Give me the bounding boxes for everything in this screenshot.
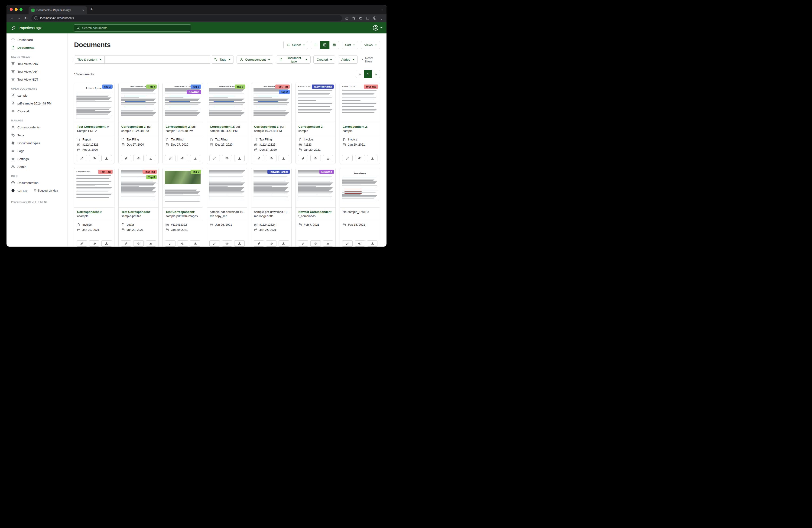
document-card[interactable]: sample-pdf-download-10-mb copy_redJan 26… [207, 168, 247, 246]
download-button[interactable] [234, 240, 245, 246]
document-preview[interactable]: Tag 3 [163, 168, 203, 208]
sidebar-item-correspondents[interactable]: Correspondents [6, 123, 67, 131]
pagination-page-1[interactable]: 1 [364, 70, 372, 78]
view-mode-list-button[interactable] [311, 41, 320, 49]
edit-button[interactable] [209, 240, 220, 246]
pagination-prev-button[interactable]: « [356, 70, 364, 78]
document-preview[interactable]: Adobe Acrobat PDF FilesTag 3 [119, 83, 159, 123]
download-button[interactable] [234, 155, 245, 161]
added-filter-button[interactable]: Added [338, 56, 358, 63]
download-button[interactable] [146, 240, 156, 246]
side-panel-icon[interactable] [366, 16, 369, 20]
document-preview[interactable]: Adobe Acrobat PDF FilesTag 3 [207, 83, 247, 123]
sidebar-item-document-types[interactable]: Document types [6, 139, 67, 147]
sidebar-item-test-view-not[interactable]: Test View NOT [6, 75, 67, 83]
document-preview[interactable]: NewOne [296, 168, 336, 208]
reload-button[interactable]: ↻ [24, 16, 28, 20]
edit-button[interactable] [121, 240, 131, 246]
preview-button[interactable] [89, 155, 100, 161]
edit-button[interactable] [209, 155, 220, 161]
correspondent-link[interactable]: Test Correspondent [121, 210, 150, 214]
new-tab-button[interactable]: + [90, 7, 93, 12]
correspondent-link[interactable]: Newest Correspondent [299, 210, 332, 214]
edit-button[interactable] [165, 155, 175, 161]
download-button[interactable] [101, 240, 112, 246]
sidebar-item-documents[interactable]: Documents [6, 44, 67, 52]
sidebar-item-open-doc-sample[interactable]: sample [6, 91, 67, 99]
download-button[interactable] [323, 155, 333, 161]
download-button[interactable] [323, 240, 333, 246]
sidebar-item-test-view-and[interactable]: Test View AND [6, 60, 67, 68]
extensions-icon[interactable] [359, 16, 363, 20]
sidebar-item-logs[interactable]: Logs [6, 147, 67, 155]
sidebar-item-github[interactable]: GitHub Suggest an idea [6, 187, 67, 195]
preview-button[interactable] [266, 155, 276, 161]
document-preview[interactable]: Test TagTag 3 [119, 168, 159, 208]
tag-badge[interactable]: TagWithPartial [312, 85, 334, 89]
select-button[interactable]: Select [284, 41, 308, 49]
tag-badge[interactable]: TagWithPartial [267, 170, 290, 174]
window-close-button[interactable] [10, 8, 13, 11]
preview-button[interactable] [310, 240, 321, 246]
user-menu[interactable] [373, 25, 382, 31]
document-preview[interactable]: A Simple PDF FileTagWithPartial [296, 83, 336, 123]
tag-badge[interactable]: NewOne [187, 90, 201, 94]
preview-button[interactable] [133, 240, 144, 246]
share-icon[interactable] [345, 16, 349, 20]
document-preview[interactable] [207, 168, 247, 208]
document-preview[interactable]: Lorem ipsum [340, 168, 380, 208]
document-card[interactable]: Adobe Acrobat PDF FilesTag 3Corresponden… [118, 83, 159, 164]
preview-button[interactable] [222, 155, 232, 161]
document-card[interactable]: Test TagTag 3Test Correspondent: sample-… [118, 168, 159, 246]
tag-badge[interactable]: NewOne [319, 170, 334, 174]
document-preview[interactable]: Adobe Acrobat PDF FilesTag 2NewOne [163, 83, 203, 123]
document-card[interactable]: A Simple PDF FileTest TagCorrespondent 2… [74, 168, 114, 246]
correspondent-link[interactable]: Correspondent 2 [343, 125, 367, 128]
tag-badge[interactable]: Tag 2 [191, 85, 201, 89]
site-info-icon[interactable]: i [34, 16, 38, 20]
correspondent-link[interactable]: Correspondent 2 [299, 125, 323, 128]
sidebar-item-open-doc-pdf-sample[interactable]: pdf-sample 10.24.48 PM [6, 99, 67, 107]
tab-close-icon[interactable]: × [83, 9, 84, 12]
download-button[interactable] [101, 155, 112, 161]
tag-badge[interactable]: Test Tag [275, 85, 290, 89]
document-preview[interactable]: TagWithPartial [251, 168, 291, 208]
edit-button[interactable] [298, 155, 308, 161]
edit-button[interactable] [121, 155, 131, 161]
window-minimize-button[interactable] [15, 8, 18, 11]
sidebar-item-documentation[interactable]: Documentation [6, 179, 67, 187]
pagination-next-button[interactable]: » [372, 70, 380, 78]
global-search[interactable] [74, 24, 191, 32]
download-button[interactable] [190, 240, 201, 246]
tag-badge[interactable]: Test Tag [364, 85, 378, 89]
sidebar-item-dashboard[interactable]: Dashboard [6, 36, 67, 44]
tab-search-chevron-icon[interactable]: ⌄ [380, 8, 383, 11]
edit-button[interactable] [77, 240, 87, 246]
bookmark-star-icon[interactable] [352, 16, 356, 20]
correspondent-filter-button[interactable]: Correspondent [236, 56, 273, 63]
tag-badge[interactable]: Tag 3 [146, 85, 157, 89]
correspondent-link[interactable]: Test Correspondent [77, 125, 106, 128]
correspondent-link[interactable]: Correspondent 2 [254, 125, 278, 128]
browser-tab[interactable]: Documents - Paperless-ngx × [29, 6, 87, 14]
correspondent-link[interactable]: Correspondent 2 [121, 125, 146, 128]
tag-badge[interactable]: Test Tag [143, 170, 157, 174]
download-button[interactable] [190, 155, 201, 161]
download-button[interactable] [146, 155, 156, 161]
search-input[interactable] [82, 26, 188, 30]
address-bar[interactable]: i localhost:4200/documents [31, 15, 342, 22]
preview-button[interactable] [222, 240, 232, 246]
correspondent-link[interactable]: Correspondent 2 [77, 210, 101, 214]
filter-text-input[interactable] [105, 56, 211, 63]
sidebar-item-tags[interactable]: Tags [6, 131, 67, 139]
tag-badge[interactable]: Tag 3 [146, 175, 157, 179]
tags-filter-button[interactable]: Tags [211, 56, 234, 63]
document-card[interactable]: A Simple PDF FileTagWithPartialCorrespon… [295, 83, 336, 164]
document-card[interactable]: TagWithPartialsample-pdf-download-10-mb-… [251, 168, 292, 246]
correspondent-link[interactable]: Correspondent 2 [210, 125, 234, 128]
view-mode-grid-button[interactable] [320, 41, 330, 49]
tag-badge[interactable]: Tag 2 [279, 90, 289, 94]
edit-button[interactable] [298, 240, 308, 246]
preview-button[interactable] [355, 155, 365, 161]
download-button[interactable] [278, 240, 289, 246]
